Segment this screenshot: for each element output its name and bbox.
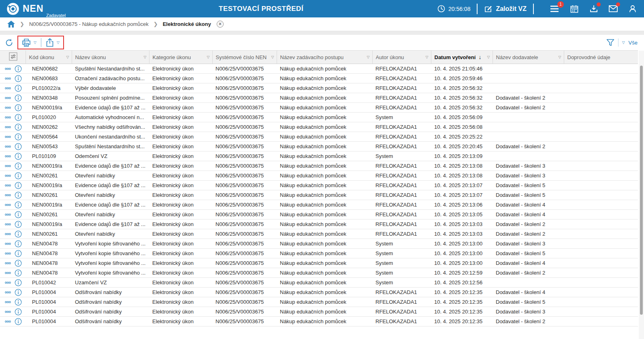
row-menu-button[interactable] [5, 184, 11, 187]
row-menu-button[interactable] [5, 301, 11, 303]
cell-code: PL010020 [26, 113, 72, 122]
row-menu-button[interactable] [5, 243, 11, 245]
row-menu-button[interactable] [5, 145, 11, 148]
cell-nen_number: N006/25/V00003675 [212, 200, 277, 210]
row-menu-button[interactable] [5, 155, 11, 158]
home-icon[interactable] [7, 21, 15, 28]
column-header-8[interactable]: Název dodavatele▽ [493, 51, 564, 64]
messages-button[interactable] [608, 4, 618, 14]
column-header-5[interactable]: Název zadávacího postupu▽ [277, 51, 372, 64]
row-info-icon[interactable] [15, 75, 22, 82]
row-info-icon[interactable] [15, 143, 22, 150]
downloads-button[interactable] [589, 4, 599, 14]
row-info-icon[interactable] [15, 162, 22, 170]
create-vz-button[interactable]: Založit VZ [484, 5, 527, 13]
row-info-icon[interactable] [15, 211, 22, 218]
row-menu-button[interactable] [5, 311, 11, 313]
row-menu-button[interactable] [5, 136, 11, 138]
row-info-icon[interactable] [15, 201, 22, 209]
row-info-icon[interactable] [15, 65, 22, 72]
menu-button[interactable]: 1 [550, 4, 560, 14]
row-info-icon[interactable] [15, 133, 22, 141]
nen-logo[interactable]: NEN Zadavatel [6, 2, 44, 15]
column-filter-icon[interactable]: ▽ [142, 55, 147, 59]
vertical-scrollbar-thumb[interactable] [640, 66, 643, 315]
close-tab-icon[interactable]: ✕ [217, 21, 224, 28]
row-menu-button[interactable] [5, 87, 11, 90]
cell-supplier: Dodavatel - školení 4 [493, 210, 564, 220]
row-info-icon[interactable] [15, 94, 22, 102]
row-info-icon[interactable] [15, 308, 22, 316]
row-menu-button[interactable] [5, 223, 11, 226]
column-header-3[interactable]: Kategorie úkonu▽ [149, 51, 212, 64]
row-actions-cell [0, 307, 26, 317]
row-info-icon[interactable] [15, 298, 22, 306]
row-menu-button[interactable] [5, 291, 11, 294]
row-menu-button[interactable] [5, 97, 11, 99]
row-menu-button[interactable] [5, 272, 11, 274]
row-info-icon[interactable] [15, 289, 22, 296]
column-settings-button[interactable] [0, 51, 26, 64]
column-filter-icon[interactable]: ▽ [486, 55, 490, 59]
row-menu-button[interactable] [5, 175, 11, 177]
row-info-icon[interactable] [15, 85, 22, 92]
column-header-7[interactable]: Datum vytvoření↓▽ [431, 51, 493, 64]
column-filter-icon[interactable]: ▽ [270, 55, 274, 59]
row-menu-button[interactable] [5, 126, 11, 128]
row-info-icon[interactable] [15, 230, 22, 238]
row-menu-button[interactable] [5, 68, 11, 70]
column-header-9[interactable]: Doprovodné údaje [564, 51, 638, 64]
row-info-icon[interactable] [15, 250, 22, 257]
column-filter-icon[interactable]: ▽ [365, 55, 370, 59]
row-menu-button[interactable] [5, 194, 11, 196]
row-info-icon[interactable] [15, 104, 22, 111]
row-info-icon[interactable] [15, 318, 22, 325]
row-info-icon[interactable] [15, 221, 22, 228]
row-info-icon[interactable] [15, 172, 22, 179]
row-info-icon[interactable] [15, 269, 22, 277]
breadcrumb-procurement-link[interactable]: N006/25/V00003675 - Nákup edukačních pom… [29, 21, 149, 27]
column-header-1[interactable]: Kód úkonu▽ [26, 51, 72, 64]
filter-all-dropdown-arrow[interactable]: ▽ [622, 41, 625, 45]
row-menu-button[interactable] [5, 233, 11, 235]
filter-icon[interactable] [606, 39, 614, 47]
export-dropdown-arrow[interactable]: ▽ [57, 41, 60, 45]
row-menu-button[interactable] [5, 213, 11, 216]
print-dropdown-arrow[interactable]: ▽ [34, 41, 36, 45]
column-header-6[interactable]: Autor úkonu▽ [372, 51, 431, 64]
row-info-icon[interactable] [15, 182, 22, 189]
column-filter-icon[interactable]: ▽ [205, 55, 210, 59]
column-filter-icon[interactable]: ▽ [557, 55, 561, 59]
print-button[interactable] [22, 38, 31, 47]
calendar-button[interactable] [569, 4, 579, 14]
row-info-icon[interactable] [15, 124, 22, 131]
row-menu-button[interactable] [5, 165, 11, 167]
export-button[interactable] [46, 38, 54, 47]
row-menu-button[interactable] [5, 281, 11, 284]
cell-procedure: Nákup edukačních pomůcek [277, 229, 372, 239]
row-menu-button[interactable] [5, 204, 11, 206]
row-menu-button[interactable] [5, 77, 11, 80]
row-actions-cell [0, 93, 26, 103]
row-info-icon[interactable] [15, 279, 22, 286]
refresh-button[interactable] [5, 38, 13, 47]
cell-supplier [493, 83, 564, 93]
column-header-4[interactable]: Systémové číslo NEN▽ [212, 51, 277, 64]
row-info-icon[interactable] [15, 114, 22, 121]
column-filter-icon[interactable]: ▽ [65, 55, 69, 59]
row-actions-cell [0, 132, 26, 142]
filter-all-label[interactable]: Vše [629, 40, 638, 46]
row-menu-button[interactable] [5, 252, 11, 255]
vertical-scrollbar-track[interactable] [639, 51, 644, 339]
row-menu-button[interactable] [5, 107, 11, 109]
row-info-icon[interactable] [15, 192, 22, 199]
row-info-icon[interactable] [15, 153, 22, 160]
column-header-2[interactable]: Název úkonu▽ [72, 51, 149, 64]
row-menu-button[interactable] [5, 320, 11, 323]
row-info-icon[interactable] [15, 260, 22, 267]
row-menu-button[interactable] [5, 116, 11, 119]
row-info-icon[interactable] [15, 240, 22, 247]
row-menu-button[interactable] [5, 262, 11, 264]
column-filter-icon[interactable]: ▽ [424, 55, 429, 59]
user-profile-button[interactable] [628, 4, 638, 14]
